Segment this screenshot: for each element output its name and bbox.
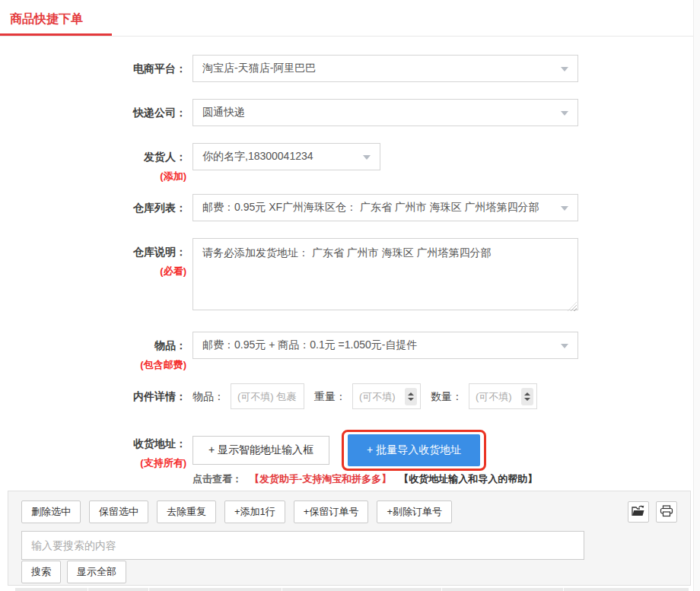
qty-stepper[interactable] — [521, 388, 533, 405]
sender-label: 发货人： — [0, 143, 186, 170]
warehouse-list-label: 仓库列表： — [0, 194, 186, 221]
platform-label: 电商平台： — [0, 55, 186, 82]
stepper-up-icon — [524, 392, 530, 396]
item-select[interactable]: 邮费：0.95元 + 商品：0.1元 =1.050元-自提件 — [192, 332, 578, 359]
contents-weight-input[interactable] — [359, 391, 402, 402]
row-express: 快递公司： 圆通快递 — [0, 99, 700, 126]
warehouse-list-select[interactable]: 邮费：0.95元 XF广州海珠区仓： 广东省 广州市 海珠区 广州塔第四分部 — [192, 194, 578, 221]
weight-stepper[interactable] — [405, 388, 417, 405]
express-value: 圆通快递 — [202, 106, 245, 119]
platform-select[interactable]: 淘宝店-天猫店-阿里巴巴 — [192, 55, 578, 82]
address-sublabel-supportall: (支持所有) — [0, 457, 186, 469]
item-label: 物品： — [0, 332, 186, 359]
chevron-down-icon — [363, 155, 371, 160]
batch-tools-panel: 删除选中 保留选中 去除重复 +添加1行 +保留订单号 +剔除订单号 — [8, 491, 691, 586]
print-button[interactable] — [656, 501, 677, 523]
stepper-down-icon — [408, 398, 414, 401]
warehouse-list-value: 邮费：0.95元 XF广州海珠区仓： 广东省 广州市 海珠区 广州塔第四分部 — [202, 201, 539, 214]
help-prefix: 点击查看： — [192, 473, 242, 485]
warehouse-note-textarea[interactable]: 请务必添加发货地址： 广东省 广州市 海珠区 广州塔第四分部 — [192, 238, 578, 310]
search-button[interactable]: 搜索 — [21, 561, 61, 583]
remove-duplicates-button[interactable]: 去除重复 — [157, 500, 216, 523]
express-label: 快递公司： — [0, 99, 186, 126]
order-form: 电商平台： 淘宝店-天猫店-阿里巴巴 快递公司： 圆通快递 发货人： (添加) — [0, 37, 700, 486]
contents-label: 内件详情： — [0, 383, 186, 410]
item-value: 邮费：0.95元 + 商品：0.1元 =1.050元-自提件 — [202, 338, 417, 352]
tab-quick-order[interactable]: 商品快捷下单 — [10, 0, 83, 27]
stepper-down-icon — [524, 398, 530, 401]
sender-sublabel-add[interactable]: (添加) — [0, 170, 186, 182]
keep-order-number-button[interactable]: +保留订单号 — [294, 500, 369, 523]
chevron-down-icon — [561, 111, 568, 116]
help-line: 点击查看：【发货助手-支持淘宝和拼多多】【收货地址输入和导入的帮助】 — [192, 472, 700, 486]
address-label: 收货地址： — [0, 430, 186, 457]
batch-import-address-button[interactable]: + 批量导入收货地址 — [348, 434, 480, 466]
row-platform: 电商平台： 淘宝店-天猫店-阿里巴巴 — [0, 55, 700, 82]
vertical-scrollbar[interactable] — [693, 0, 700, 591]
search-input[interactable] — [21, 531, 584, 560]
platform-value: 淘宝店-天猫店-阿里巴巴 — [202, 62, 316, 75]
remove-order-number-button[interactable]: +剔除订单号 — [377, 500, 452, 523]
keep-selected-button[interactable]: 保留选中 — [89, 500, 148, 523]
export-icon — [632, 505, 645, 520]
stepper-up-icon — [408, 392, 414, 396]
panel-toolbar: 删除选中 保留选中 去除重复 +添加1行 +保留订单号 +剔除订单号 — [21, 500, 677, 523]
warehouse-note-label: 仓库说明： — [0, 238, 186, 265]
contents-qty-input[interactable] — [476, 391, 518, 402]
express-select[interactable]: 圆通快递 — [192, 99, 578, 126]
row-item: 物品： (包含邮费) 邮费：0.95元 + 商品：0.1元 =1.050元-自提… — [0, 332, 700, 370]
print-icon — [660, 505, 673, 520]
item-sublabel-postage: (包含邮费) — [0, 359, 186, 370]
row-contents-detail: 内件详情： 物品： 重量： 数量： — [0, 383, 700, 410]
help-link-shipping-assistant[interactable]: 【发货助手-支持淘宝和拼多多】 — [250, 473, 391, 485]
row-warehouse-list: 仓库列表： 邮费：0.95元 XF广州海珠区仓： 广东省 广州市 海珠区 广州塔… — [0, 194, 700, 221]
order-page: 商品快捷下单 电商平台： 淘宝店-天猫店-阿里巴巴 快递公司： 圆通快递 — [0, 0, 700, 591]
table-header-sliver — [15, 588, 689, 591]
export-button[interactable] — [628, 501, 649, 523]
row-sender: 发货人： (添加) 你的名字,18300041234 — [0, 143, 700, 182]
show-smart-address-button[interactable]: + 显示智能地址输入框 — [192, 436, 329, 465]
sender-select[interactable]: 你的名字,18300041234 — [192, 143, 380, 170]
header: 商品快捷下单 — [0, 0, 700, 37]
help-link-address-import[interactable]: 【收货地址输入和导入的帮助】 — [399, 473, 537, 485]
contents-item-input[interactable] — [231, 383, 304, 409]
row-warehouse-note: 仓库说明： (必看) 请务必添加发货地址： 广东省 广州市 海珠区 广州塔第四分… — [0, 238, 700, 313]
chevron-down-icon — [561, 206, 568, 211]
delete-selected-button[interactable]: 删除选中 — [21, 500, 81, 523]
warehouse-note-sublabel-mustsee: (必看) — [0, 265, 186, 277]
red-highlight-annotation: + 批量导入收货地址 — [342, 430, 486, 471]
chevron-down-icon — [561, 344, 568, 348]
contents-qty-label: 数量： — [431, 383, 463, 409]
chevron-down-icon — [561, 67, 568, 71]
tab-active-underline — [0, 33, 112, 36]
sender-value: 你的名字,18300041234 — [202, 150, 313, 164]
show-all-button[interactable]: 显示全部 — [67, 561, 126, 583]
add-row-button[interactable]: +添加1行 — [224, 500, 285, 523]
contents-weight-label: 重量： — [314, 383, 346, 409]
row-address: 收货地址： (支持所有) + 显示智能地址输入框 + 批量导入收货地址 — [0, 430, 700, 471]
contents-item-label: 物品： — [192, 383, 224, 409]
